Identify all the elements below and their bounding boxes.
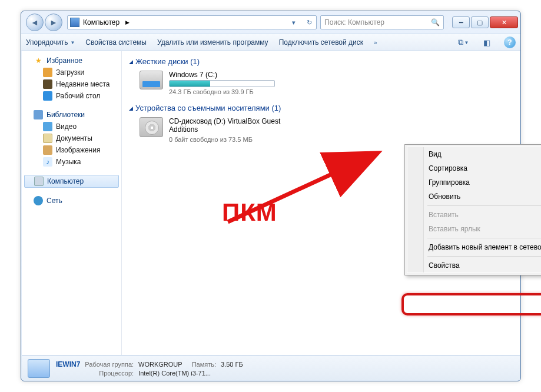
uninstall-label: Удалить или изменить программу: [157, 38, 268, 46]
ctx-item-paste-shortcut: Вставить ярлык: [407, 222, 541, 236]
sidebar-item-downloads[interactable]: Загрузки: [22, 67, 121, 78]
drive-d[interactable]: CD-дисковод (D:) VirtualBox Guest Additi…: [140, 117, 513, 143]
organize-label: Упорядочить: [26, 38, 68, 46]
ctx-label: Обновить: [429, 192, 460, 201]
sys-props-label: Свойства системы: [85, 38, 147, 46]
details-pane: IEWIN7 Рабочая группа: WORKGROUP Память:…: [22, 356, 520, 380]
drive-free-text: 0 байт свободно из 73.5 МБ: [169, 136, 287, 143]
map-drive-label: Подключить сетевой диск: [279, 38, 363, 46]
status-memory: 3.50 ГБ: [221, 361, 243, 368]
sidebar-label: Недавние места: [56, 80, 109, 88]
section-hard-drives[interactable]: ◢ Жесткие диски (1): [129, 57, 513, 66]
desktop-icon: [43, 91, 52, 101]
ctx-item-group[interactable]: Группировка ▶: [407, 175, 541, 190]
ctx-item-sort[interactable]: Сортировка ▶: [407, 161, 541, 175]
ctx-label: Сортировка: [429, 164, 467, 172]
sidebar-label: Загрузки: [56, 68, 84, 77]
organize-button[interactable]: Упорядочить ▼: [26, 38, 75, 46]
ctx-separator: [427, 205, 541, 206]
network-icon: [34, 196, 43, 205]
sidebar-label: Видео: [56, 122, 77, 131]
view-options-button[interactable]: ⧉▼: [457, 36, 470, 49]
sidebar-label: Сеть: [47, 197, 62, 205]
search-icon: 🔍: [431, 18, 440, 26]
section-label: Жесткие диски (1): [135, 57, 200, 66]
system-properties-button[interactable]: Свойства системы: [85, 38, 147, 46]
minimize-button[interactable]: ━: [452, 16, 470, 28]
drive-title: CD-дисковод (D:) VirtualBox Guest Additi…: [169, 117, 287, 134]
sidebar-item-computer[interactable]: Компьютер: [24, 175, 119, 188]
help-button[interactable]: ?: [504, 36, 516, 48]
ctx-separator: [427, 256, 541, 257]
ctx-label: Вставить ярлык: [429, 225, 480, 233]
navigation-pane: ★ Избранное Загрузки Недавние места Рабо…: [22, 51, 122, 355]
capacity-bar: [169, 80, 275, 87]
ctx-item-add-network[interactable]: Добавить новый элемент в сетевое окружен…: [407, 240, 541, 254]
drive-c[interactable]: Windows 7 (C:) 24.3 ГБ свободно из 39.9 …: [140, 71, 513, 95]
sidebar-item-recent[interactable]: Недавние места: [22, 78, 121, 90]
arrow-right-icon: ►: [49, 18, 58, 27]
section-removable[interactable]: ◢ Устройства со съемными носителями (1): [129, 104, 513, 112]
sidebar-item-music[interactable]: ♪ Музыка: [22, 156, 121, 168]
ctx-item-properties[interactable]: Свойства: [407, 258, 541, 273]
nav-back-button[interactable]: ◄: [26, 14, 44, 31]
sidebar-label: Рабочий стол: [56, 92, 100, 100]
chevron-down-icon: ▼: [464, 40, 469, 45]
computer-large-icon: [28, 359, 50, 378]
sidebar-item-videos[interactable]: Видео: [22, 121, 121, 132]
toolbar-overflow-button[interactable]: »: [374, 39, 377, 46]
view-options-icon: ⧉: [458, 38, 463, 47]
drive-free-text: 24.3 ГБ свободно из 39.9 ГБ: [169, 88, 275, 95]
drive-title: Windows 7 (C:): [169, 71, 275, 79]
music-icon: ♪: [43, 157, 52, 167]
ctx-item-paste: Вставить: [407, 208, 541, 222]
status-cpu: Intel(R) Core(TM) i3-71...: [138, 370, 243, 377]
expand-arrow-icon: ◢: [129, 105, 133, 111]
help-icon: ?: [507, 38, 512, 46]
sidebar-item-documents[interactable]: Документы: [22, 132, 121, 144]
uninstall-program-button[interactable]: Удалить или изменить программу: [157, 38, 268, 46]
breadcrumb-root[interactable]: Компьютер: [83, 18, 120, 26]
address-dropdown-icon[interactable]: ▾: [288, 16, 300, 28]
status-computer-name: IEWIN7: [56, 360, 80, 368]
sidebar-label: Музыка: [56, 158, 81, 166]
ctx-item-view[interactable]: Вид ▶: [407, 147, 541, 161]
map-drive-button[interactable]: Подключить сетевой диск: [279, 38, 363, 46]
content-pane[interactable]: ◢ Жесткие диски (1) Windows 7 (C:) 24.3 …: [122, 51, 520, 355]
ctx-item-refresh[interactable]: Обновить: [407, 190, 541, 204]
computer-icon: [34, 177, 44, 186]
sidebar-item-pictures[interactable]: Изображения: [22, 144, 121, 156]
sidebar-label: Избранное: [47, 57, 82, 65]
sidebar-item-desktop[interactable]: Рабочий стол: [22, 90, 121, 102]
breadcrumb-arrow-icon[interactable]: ▶: [123, 19, 132, 25]
address-bar[interactable]: Компьютер ▶ ▾ ↻: [67, 15, 317, 29]
expand-arrow-icon: ◢: [129, 59, 133, 65]
ctx-separator: [427, 238, 541, 238]
refresh-icon[interactable]: ↻: [303, 16, 315, 28]
preview-pane-button[interactable]: ◧: [480, 36, 493, 49]
preview-pane-icon: ◧: [483, 38, 490, 47]
ctx-label: Вид: [429, 150, 442, 158]
document-icon: [43, 134, 52, 143]
computer-icon: [70, 18, 79, 27]
sidebar-item-favorites[interactable]: ★ Избранное: [22, 55, 121, 67]
sidebar-label: Изображения: [56, 146, 100, 154]
close-icon: ✕: [502, 19, 507, 26]
sidebar-item-network[interactable]: Сеть: [22, 195, 121, 207]
maximize-button[interactable]: ▢: [471, 16, 489, 28]
status-workgroup-label: Рабочая группа:: [85, 361, 134, 368]
sidebar-label: Документы: [56, 134, 92, 142]
nav-forward-button[interactable]: ►: [45, 14, 62, 31]
close-button[interactable]: ✕: [490, 16, 518, 28]
annotation-text: ПКМ: [222, 198, 277, 227]
downloads-icon: [43, 68, 52, 77]
ctx-label: Добавить новый элемент в сетевое окружен…: [429, 243, 541, 251]
arrow-left-icon: ◄: [31, 18, 39, 27]
context-menu: Вид ▶ Сортировка ▶ Группировка ▶ Обновит…: [404, 144, 541, 275]
sidebar-item-libraries[interactable]: Библиотеки: [22, 109, 121, 121]
section-label: Устройства со съемными носителями (1): [135, 104, 281, 112]
annotation-highlight: [401, 293, 541, 315]
search-input[interactable]: Поиск: Компьютер 🔍: [320, 15, 444, 29]
video-icon: [43, 122, 52, 131]
libraries-icon: [34, 110, 43, 119]
